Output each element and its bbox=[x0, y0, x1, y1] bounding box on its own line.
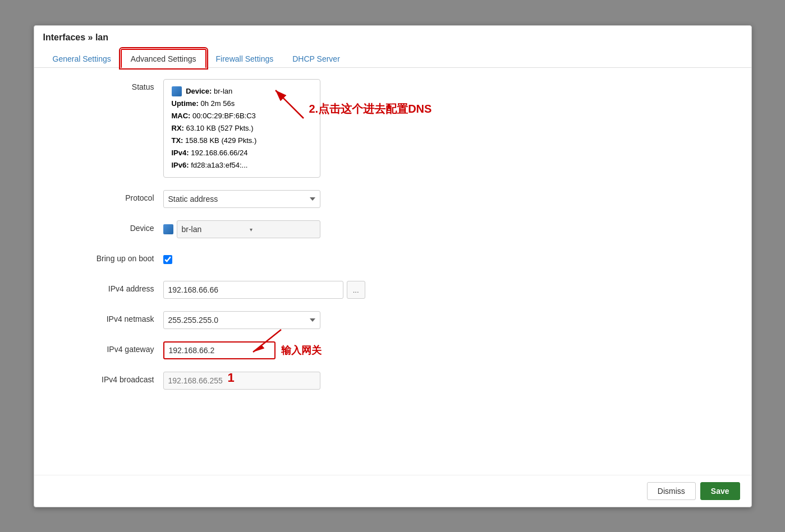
device-icon bbox=[172, 86, 182, 96]
modal-container: Interfaces » lan General Settings Advanc… bbox=[34, 25, 752, 507]
boot-checkbox-wrapper bbox=[163, 251, 444, 269]
ipv4-netmask-row: IPv4 netmask 255.255.255.0 255.255.0.0 2… bbox=[51, 311, 734, 329]
status-row: Status Device: br-lan Uptime: 0h 2m 56s … bbox=[51, 79, 734, 178]
modal-body: Status Device: br-lan Uptime: 0h 2m 56s … bbox=[34, 68, 751, 475]
ipv4-addr-row: IPv4 address ... bbox=[51, 281, 734, 299]
status-field: Device: br-lan Uptime: 0h 2m 56s MAC: 00… bbox=[163, 79, 444, 178]
ipv4-netmask-label: IPv4 netmask bbox=[51, 311, 163, 323]
status-box: Device: br-lan Uptime: 0h 2m 56s MAC: 00… bbox=[163, 79, 320, 178]
ipv4-broadcast-input[interactable] bbox=[163, 372, 320, 390]
ipv4-gateway-input[interactable] bbox=[163, 341, 276, 359]
ipv4-netmask-select[interactable]: 255.255.255.0 255.255.0.0 255.0.0.0 bbox=[163, 311, 320, 329]
ipv4-addr-dots-button[interactable]: ... bbox=[347, 281, 365, 299]
tab-dhcp[interactable]: DHCP Server bbox=[283, 49, 350, 68]
ipv4-addr-label: IPv4 address bbox=[51, 281, 163, 293]
device-field: br-lan ▾ bbox=[163, 220, 444, 238]
status-label: Status bbox=[51, 79, 163, 91]
gateway-annotation: 输入网关 bbox=[281, 344, 322, 357]
boot-row: Bring up on boot bbox=[51, 251, 734, 269]
status-device-line: Device: br-lan bbox=[172, 85, 312, 98]
protocol-field: Static address DHCP client Unmanaged bbox=[163, 190, 444, 208]
ipv4-broadcast-label: IPv4 broadcast bbox=[51, 372, 163, 384]
ipv4-netmask-select-wrapper: 255.255.255.0 255.255.0.0 255.0.0.0 bbox=[163, 311, 320, 329]
ipv4-netmask-field: 255.255.255.0 255.255.0.0 255.0.0.0 bbox=[163, 311, 444, 329]
protocol-row: Protocol Static address DHCP client Unma… bbox=[51, 190, 734, 208]
tab-advanced[interactable]: Advanced Settings bbox=[121, 49, 206, 68]
ipv4-broadcast-field bbox=[163, 372, 444, 390]
device-select-inner[interactable]: br-lan ▾ bbox=[177, 220, 320, 238]
device-select-wrapper[interactable]: br-lan ▾ bbox=[163, 220, 320, 238]
modal-footer: Dismiss Save bbox=[34, 475, 751, 507]
save-button[interactable]: Save bbox=[700, 482, 740, 500]
protocol-select[interactable]: Static address DHCP client Unmanaged bbox=[163, 190, 320, 208]
br-lan-icon bbox=[163, 224, 173, 234]
ipv4-gateway-label: IPv4 gateway bbox=[51, 341, 163, 354]
boot-label: Bring up on boot bbox=[51, 251, 163, 263]
ipv4-addr-input[interactable] bbox=[163, 281, 343, 299]
ipv4-broadcast-row: IPv4 broadcast bbox=[51, 372, 734, 390]
device-label: Device bbox=[51, 220, 163, 233]
tab-firewall[interactable]: Firewall Settings bbox=[206, 49, 283, 68]
ipv4-gateway-row: IPv4 gateway 输入 bbox=[51, 341, 734, 359]
caret-icon: ▾ bbox=[250, 226, 315, 233]
protocol-label: Protocol bbox=[51, 190, 163, 202]
ipv4-gateway-field: 输入网关 bbox=[163, 341, 444, 359]
modal-header: Interfaces » lan General Settings Advanc… bbox=[34, 26, 751, 68]
dismiss-button[interactable]: Dismiss bbox=[647, 482, 696, 500]
tab-bar: General Settings Advanced Settings Firew… bbox=[43, 48, 742, 67]
ipv4-addr-input-group: ... bbox=[163, 281, 365, 299]
tab-general[interactable]: General Settings bbox=[43, 49, 121, 68]
device-row: Device br-lan ▾ bbox=[51, 220, 734, 238]
ipv4-addr-field: ... bbox=[163, 281, 444, 299]
page-title: Interfaces » lan bbox=[43, 33, 742, 43]
boot-checkbox[interactable] bbox=[163, 255, 172, 264]
boot-field bbox=[163, 251, 444, 269]
protocol-select-wrapper: Static address DHCP client Unmanaged bbox=[163, 190, 320, 208]
